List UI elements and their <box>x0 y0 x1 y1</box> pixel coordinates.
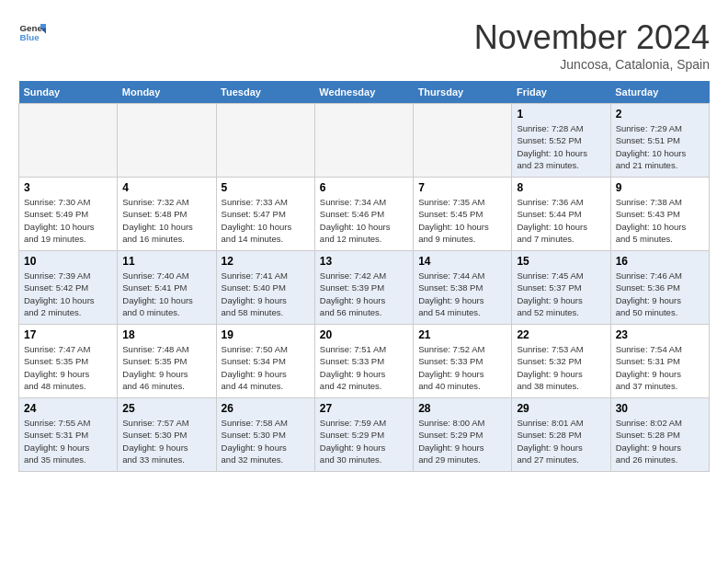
day-info: Sunrise: 7:53 AM Sunset: 5:32 PM Dayligh… <box>517 343 605 392</box>
day-info: Sunrise: 7:47 AM Sunset: 5:35 PM Dayligh… <box>24 343 112 392</box>
calendar-cell: 4Sunrise: 7:32 AM Sunset: 5:48 PM Daylig… <box>118 178 216 251</box>
location-subtitle: Juncosa, Catalonia, Spain <box>474 57 710 72</box>
day-number: 30 <box>616 402 704 415</box>
calendar-cell: 1Sunrise: 7:28 AM Sunset: 5:52 PM Daylig… <box>512 104 610 178</box>
calendar-cell <box>414 104 512 178</box>
page-header: General Blue November 2024 Juncosa, Cata… <box>18 18 710 72</box>
calendar-cell: 15Sunrise: 7:45 AM Sunset: 5:37 PM Dayli… <box>512 251 610 325</box>
calendar-cell: 18Sunrise: 7:48 AM Sunset: 5:35 PM Dayli… <box>118 325 216 398</box>
day-number: 3 <box>24 181 112 194</box>
day-number: 20 <box>320 328 408 341</box>
day-number: 13 <box>320 255 408 268</box>
day-number: 28 <box>418 402 506 415</box>
calendar-cell: 3Sunrise: 7:30 AM Sunset: 5:49 PM Daylig… <box>19 178 118 251</box>
day-info: Sunrise: 7:50 AM Sunset: 5:34 PM Dayligh… <box>222 343 310 392</box>
calendar-body: 1Sunrise: 7:28 AM Sunset: 5:52 PM Daylig… <box>19 104 710 472</box>
day-number: 1 <box>517 108 605 121</box>
calendar-cell: 16Sunrise: 7:46 AM Sunset: 5:36 PM Dayli… <box>610 251 709 325</box>
day-info: Sunrise: 7:36 AM Sunset: 5:44 PM Dayligh… <box>517 196 605 245</box>
calendar-cell: 17Sunrise: 7:47 AM Sunset: 5:35 PM Dayli… <box>19 325 118 398</box>
calendar-header: SundayMondayTuesdayWednesdayThursdayFrid… <box>19 81 710 104</box>
day-info: Sunrise: 7:40 AM Sunset: 5:41 PM Dayligh… <box>122 270 210 318</box>
header-sunday: Sunday <box>19 81 118 104</box>
day-number: 27 <box>320 402 408 415</box>
calendar-cell: 25Sunrise: 7:57 AM Sunset: 5:30 PM Dayli… <box>118 398 216 472</box>
day-info: Sunrise: 7:57 AM Sunset: 5:30 PM Dayligh… <box>122 417 210 465</box>
day-info: Sunrise: 7:44 AM Sunset: 5:38 PM Dayligh… <box>418 270 506 318</box>
day-number: 4 <box>122 181 210 194</box>
calendar-cell: 21Sunrise: 7:52 AM Sunset: 5:33 PM Dayli… <box>414 325 512 398</box>
day-info: Sunrise: 8:02 AM Sunset: 5:28 PM Dayligh… <box>616 417 704 465</box>
day-number: 6 <box>320 181 408 194</box>
calendar-cell: 30Sunrise: 8:02 AM Sunset: 5:28 PM Dayli… <box>610 398 709 472</box>
calendar-cell: 20Sunrise: 7:51 AM Sunset: 5:33 PM Dayli… <box>314 325 413 398</box>
svg-text:Blue: Blue <box>20 32 40 42</box>
day-info: Sunrise: 7:33 AM Sunset: 5:47 PM Dayligh… <box>222 196 310 245</box>
day-info: Sunrise: 7:35 AM Sunset: 5:45 PM Dayligh… <box>418 196 506 245</box>
calendar-cell: 26Sunrise: 7:58 AM Sunset: 5:30 PM Dayli… <box>216 398 314 472</box>
calendar-table: SundayMondayTuesdayWednesdayThursdayFrid… <box>18 81 710 472</box>
calendar-cell: 9Sunrise: 7:38 AM Sunset: 5:43 PM Daylig… <box>610 178 709 251</box>
day-number: 23 <box>616 328 704 341</box>
header-monday: Monday <box>118 81 216 104</box>
day-number: 5 <box>222 181 310 194</box>
calendar-week-row: 24Sunrise: 7:55 AM Sunset: 5:31 PM Dayli… <box>19 398 710 472</box>
calendar-cell: 14Sunrise: 7:44 AM Sunset: 5:38 PM Dayli… <box>414 251 512 325</box>
day-number: 15 <box>517 255 605 268</box>
day-info: Sunrise: 7:28 AM Sunset: 5:52 PM Dayligh… <box>517 122 605 171</box>
day-number: 29 <box>517 402 605 415</box>
calendar-cell: 29Sunrise: 8:01 AM Sunset: 5:28 PM Dayli… <box>512 398 610 472</box>
day-info: Sunrise: 7:48 AM Sunset: 5:35 PM Dayligh… <box>122 343 210 392</box>
calendar-cell <box>118 104 216 178</box>
day-info: Sunrise: 7:39 AM Sunset: 5:42 PM Dayligh… <box>24 270 112 318</box>
calendar-cell: 24Sunrise: 7:55 AM Sunset: 5:31 PM Dayli… <box>19 398 118 472</box>
day-info: Sunrise: 7:54 AM Sunset: 5:31 PM Dayligh… <box>616 343 704 392</box>
calendar-cell: 13Sunrise: 7:42 AM Sunset: 5:39 PM Dayli… <box>314 251 413 325</box>
day-info: Sunrise: 7:41 AM Sunset: 5:40 PM Dayligh… <box>222 270 310 318</box>
day-number: 2 <box>616 108 704 121</box>
calendar-week-row: 17Sunrise: 7:47 AM Sunset: 5:35 PM Dayli… <box>19 325 710 398</box>
day-number: 22 <box>517 328 605 341</box>
header-tuesday: Tuesday <box>216 81 314 104</box>
calendar-cell <box>216 104 314 178</box>
calendar-cell: 19Sunrise: 7:50 AM Sunset: 5:34 PM Dayli… <box>216 325 314 398</box>
logo: General Blue <box>18 18 46 46</box>
calendar-cell: 2Sunrise: 7:29 AM Sunset: 5:51 PM Daylig… <box>610 104 709 178</box>
calendar-cell: 12Sunrise: 7:41 AM Sunset: 5:40 PM Dayli… <box>216 251 314 325</box>
day-number: 21 <box>418 328 506 341</box>
day-number: 8 <box>517 181 605 194</box>
day-number: 25 <box>122 402 210 415</box>
calendar-cell: 5Sunrise: 7:33 AM Sunset: 5:47 PM Daylig… <box>216 178 314 251</box>
calendar-cell: 8Sunrise: 7:36 AM Sunset: 5:44 PM Daylig… <box>512 178 610 251</box>
calendar-cell: 23Sunrise: 7:54 AM Sunset: 5:31 PM Dayli… <box>610 325 709 398</box>
calendar-cell: 6Sunrise: 7:34 AM Sunset: 5:46 PM Daylig… <box>314 178 413 251</box>
day-number: 14 <box>418 255 506 268</box>
day-info: Sunrise: 7:55 AM Sunset: 5:31 PM Dayligh… <box>24 417 112 465</box>
day-info: Sunrise: 7:30 AM Sunset: 5:49 PM Dayligh… <box>24 196 112 245</box>
month-title: November 2024 <box>474 18 710 57</box>
day-info: Sunrise: 7:29 AM Sunset: 5:51 PM Dayligh… <box>616 122 704 171</box>
calendar-cell: 28Sunrise: 8:00 AM Sunset: 5:29 PM Dayli… <box>414 398 512 472</box>
header-friday: Friday <box>512 81 610 104</box>
header-saturday: Saturday <box>610 81 709 104</box>
day-number: 11 <box>122 255 210 268</box>
calendar-cell: 22Sunrise: 7:53 AM Sunset: 5:32 PM Dayli… <box>512 325 610 398</box>
calendar-week-row: 3Sunrise: 7:30 AM Sunset: 5:49 PM Daylig… <box>19 178 710 251</box>
day-info: Sunrise: 7:42 AM Sunset: 5:39 PM Dayligh… <box>320 270 408 318</box>
day-info: Sunrise: 7:38 AM Sunset: 5:43 PM Dayligh… <box>616 196 704 245</box>
day-info: Sunrise: 7:46 AM Sunset: 5:36 PM Dayligh… <box>616 270 704 318</box>
day-info: Sunrise: 8:00 AM Sunset: 5:29 PM Dayligh… <box>418 417 506 465</box>
day-number: 19 <box>222 328 310 341</box>
calendar-cell <box>314 104 413 178</box>
header-row: SundayMondayTuesdayWednesdayThursdayFrid… <box>19 81 710 104</box>
header-thursday: Thursday <box>414 81 512 104</box>
calendar-cell <box>19 104 118 178</box>
calendar-cell: 7Sunrise: 7:35 AM Sunset: 5:45 PM Daylig… <box>414 178 512 251</box>
day-number: 7 <box>418 181 506 194</box>
day-number: 12 <box>222 255 310 268</box>
calendar-cell: 27Sunrise: 7:59 AM Sunset: 5:29 PM Dayli… <box>314 398 413 472</box>
day-number: 9 <box>616 181 704 194</box>
calendar-cell: 11Sunrise: 7:40 AM Sunset: 5:41 PM Dayli… <box>118 251 216 325</box>
day-info: Sunrise: 7:58 AM Sunset: 5:30 PM Dayligh… <box>222 417 310 465</box>
day-info: Sunrise: 7:51 AM Sunset: 5:33 PM Dayligh… <box>320 343 408 392</box>
